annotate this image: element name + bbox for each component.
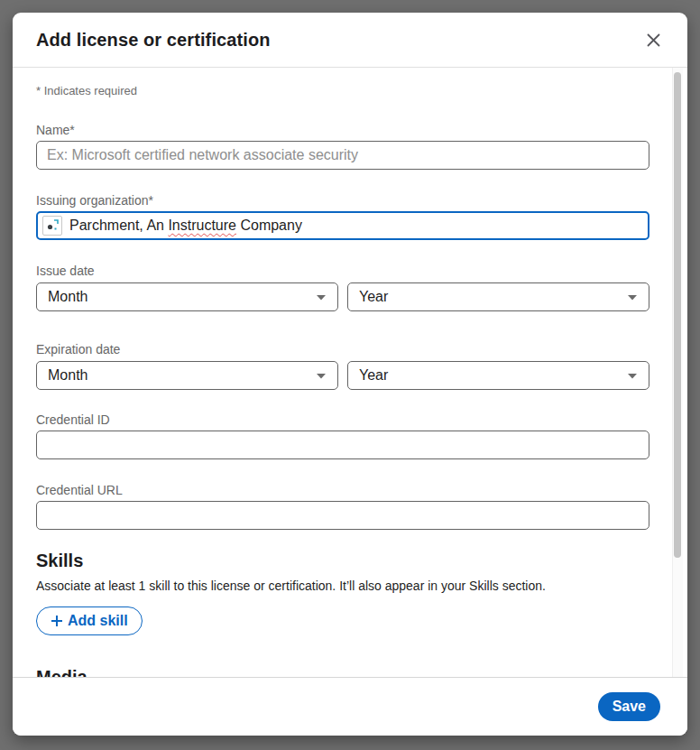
issuing-organization-input[interactable]: Parchment, An Instructure Company [36, 211, 649, 240]
plus-icon [51, 615, 63, 627]
expiration-date-label: Expiration date [36, 342, 649, 356]
skills-description: Associate at least 1 skill to this licen… [36, 578, 649, 594]
misspelled-word: Instructure [168, 218, 236, 233]
chevron-down-icon [627, 294, 638, 301]
modal-content: * Indicates required Name* Issuing organ… [13, 68, 687, 677]
required-note: * Indicates required [36, 84, 649, 97]
issue-date-label: Issue date [36, 264, 649, 278]
issue-year-value: Year [359, 289, 388, 305]
credential-url-label: Credential URL [36, 483, 649, 497]
save-button[interactable]: Save [598, 692, 660, 721]
expiration-month-select[interactable]: Month [36, 361, 338, 390]
credential-id-label: Credential ID [36, 412, 649, 427]
add-skill-button[interactable]: Add skill [36, 606, 143, 635]
chevron-down-icon [316, 294, 327, 301]
name-input[interactable] [36, 141, 649, 170]
scrollbar-thumb[interactable] [674, 72, 681, 558]
close-button[interactable] [640, 27, 666, 52]
chevron-down-icon [316, 373, 327, 379]
issuing-organization-value: Parchment, An Instructure Company [69, 218, 302, 234]
add-skill-label: Add skill [68, 613, 128, 629]
name-label: Name* [36, 123, 649, 137]
close-icon [644, 31, 663, 50]
scrollbar-track[interactable] [672, 68, 683, 677]
organization-logo-icon [42, 216, 62, 236]
expiration-month-value: Month [48, 367, 88, 384]
credential-id-input[interactable] [36, 431, 649, 459]
issue-month-value: Month [48, 289, 88, 305]
chevron-down-icon [627, 373, 638, 379]
issue-date-row: Month Year [36, 282, 649, 311]
issue-month-select[interactable]: Month [36, 282, 338, 311]
media-heading: Media [36, 666, 649, 677]
skills-heading: Skills [36, 550, 649, 572]
modal-footer: Save [13, 677, 687, 736]
modal-header: Add license or certification [13, 13, 687, 68]
credential-url-input[interactable] [36, 501, 649, 530]
modal-title: Add license or certification [36, 30, 271, 51]
expiration-year-value: Year [359, 367, 388, 384]
add-license-modal: Add license or certification * Indicates… [13, 13, 687, 736]
issuing-organization-label: Issuing organization* [36, 193, 649, 208]
issue-year-select[interactable]: Year [347, 282, 649, 311]
expiration-date-row: Month Year [36, 361, 649, 390]
expiration-year-select[interactable]: Year [347, 361, 649, 390]
